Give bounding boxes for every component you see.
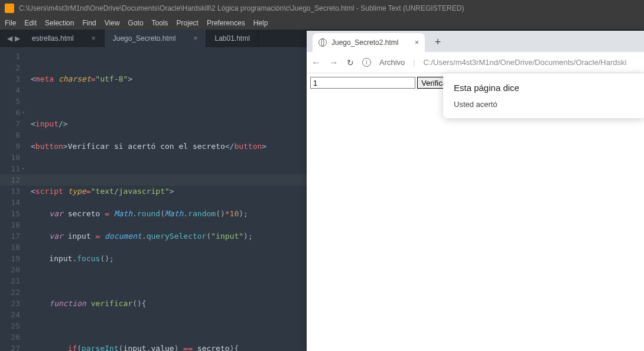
reload-button[interactable]: ↻ <box>347 58 354 67</box>
menu-find[interactable]: Find <box>82 19 96 27</box>
browser-tab-title: Juego_Secreto2.html <box>331 38 410 47</box>
guess-input[interactable] <box>310 77 415 89</box>
alert-message: Usted acertó <box>454 100 633 109</box>
menu-file[interactable]: File <box>5 19 16 27</box>
tab-prev-icon[interactable]: ◀ <box>7 34 12 43</box>
tab-close-icon[interactable]: × <box>92 34 96 43</box>
tab-label: estrellas.html <box>32 34 74 43</box>
menu-preferences[interactable]: Preferences <box>207 19 245 27</box>
alert-title: Esta página dice <box>454 83 633 93</box>
tab-label: Juego_Secreto.html <box>113 34 176 43</box>
menu-selection[interactable]: Selection <box>45 19 74 27</box>
browser-window: Juego_Secreto2.html × + ← → ↻ i Archivo … <box>307 31 644 351</box>
menu-view[interactable]: View <box>105 19 120 27</box>
forward-button[interactable]: → <box>329 57 339 68</box>
tab-label: Lab01.html <box>214 34 249 43</box>
tab-next-icon[interactable]: ▶ <box>15 34 20 43</box>
window-titlebar: C:\Users\m4st3rM1nd\OneDrive\Documents\O… <box>0 0 644 17</box>
menu-edit[interactable]: Edit <box>24 19 37 27</box>
app-icon <box>5 4 14 13</box>
new-tab-button[interactable]: + <box>430 34 446 50</box>
back-button[interactable]: ← <box>311 57 321 68</box>
line-gutter: 1234567891011121314151617181920212223242… <box>0 47 26 351</box>
tab-nav-arrows: ◀ ▶ <box>4 30 24 47</box>
browser-toolbar: ← → ↻ i Archivo | C:/Users/m4st3rM1nd/On… <box>307 52 644 73</box>
browser-tab-close-icon[interactable]: × <box>415 38 419 47</box>
browser-page: Verificar si acertó con el secreto Esta … <box>307 73 644 351</box>
tab-lab01[interactable]: Lab01.html <box>206 30 258 47</box>
url-scheme-label: Archivo <box>379 58 405 67</box>
tab-estrellas[interactable]: estrellas.html × <box>24 30 105 47</box>
menu-project[interactable]: Project <box>177 19 199 27</box>
menu-help[interactable]: Help <box>253 19 268 27</box>
tab-juego-secreto[interactable]: Juego_Secreto.html × <box>105 30 207 47</box>
url-path[interactable]: C:/Users/m4st3rM1nd/OneDrive/Documents/O… <box>423 58 626 67</box>
title-path: C:\Users\m4st3rM1nd\OneDrive\Documents\O… <box>19 4 464 12</box>
tab-close-icon[interactable]: × <box>193 34 197 43</box>
url-separator: | <box>413 58 415 67</box>
browser-tab[interactable]: Juego_Secreto2.html × <box>313 33 425 52</box>
menu-goto[interactable]: Goto <box>128 19 144 27</box>
globe-icon <box>318 38 327 47</box>
menu-tools[interactable]: Tools <box>152 19 168 27</box>
info-icon[interactable]: i <box>362 58 371 67</box>
browser-tabbar: Juego_Secreto2.html × + <box>307 31 644 52</box>
alert-dialog: Esta página dice Usted acertó <box>443 73 644 118</box>
menubar: File Edit Selection Find View Goto Tools… <box>0 17 644 30</box>
